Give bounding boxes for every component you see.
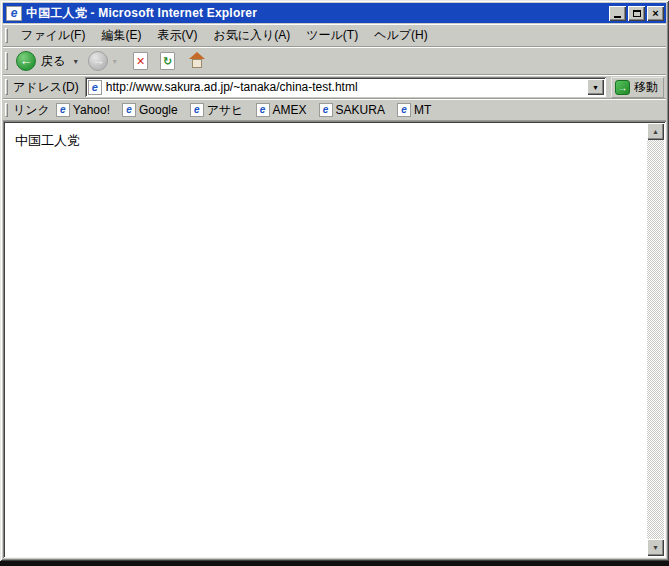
page-icon: e <box>88 80 102 95</box>
link-icon: e <box>256 103 270 117</box>
address-bar: アドレス(D) e ▼ → 移動 <box>3 75 666 99</box>
link-icon: e <box>319 103 333 117</box>
links-label: リンク <box>13 102 50 119</box>
vertical-scrollbar[interactable]: ▲ ▼ <box>647 123 664 556</box>
title-bar[interactable]: e 中国工人党 - Microsoft Internet Explorer × <box>3 3 666 23</box>
menu-file[interactable]: ファイル(F) <box>13 24 93 47</box>
link-google[interactable]: e Google <box>122 103 178 117</box>
close-button[interactable]: × <box>647 6 664 21</box>
toolbar: ← 戻る ▼ → ▼ ✕ ↻ <box>3 47 666 75</box>
menu-view[interactable]: 表示(V) <box>149 24 205 47</box>
menu-edit[interactable]: 編集(E) <box>93 24 149 47</box>
chevron-down-icon: ▼ <box>592 84 599 91</box>
go-button[interactable]: → 移動 <box>611 77 664 98</box>
link-sakura[interactable]: e SAKURA <box>319 103 385 117</box>
scroll-up-icon: ▲ <box>652 128 659 135</box>
page-content: 中国工人党 ▲ ▼ <box>3 121 666 558</box>
link-icon: e <box>190 103 204 117</box>
go-button-label: 移動 <box>634 79 658 96</box>
address-input[interactable] <box>106 80 587 94</box>
refresh-icon: ↻ <box>160 52 175 70</box>
menu-favorites[interactable]: お気に入り(A) <box>205 24 298 47</box>
page-heading: 中国工人党 <box>15 132 80 150</box>
forward-button[interactable]: → ▼ <box>85 49 124 73</box>
minimize-icon <box>614 16 621 18</box>
menubar-grip[interactable] <box>5 28 8 43</box>
scroll-down-button[interactable]: ▼ <box>647 539 664 556</box>
link-icon: e <box>397 103 411 117</box>
address-label: アドレス(D) <box>13 79 79 96</box>
scroll-down-icon: ▼ <box>652 544 659 551</box>
link-amex[interactable]: e AMEX <box>256 103 307 117</box>
back-dropdown-icon[interactable]: ▼ <box>72 58 79 65</box>
addressbar-grip[interactable] <box>5 79 8 94</box>
maximize-button[interactable] <box>628 6 645 21</box>
close-icon: × <box>652 8 658 19</box>
links-bar: リンク e Yahoo! e Google e アサヒ e AMEX e SAK… <box>3 99 666 121</box>
forward-dropdown-icon[interactable]: ▼ <box>111 58 118 65</box>
menu-bar: ファイル(F) 編集(E) 表示(V) お気に入り(A) ツール(T) ヘルプ(… <box>3 24 666 47</box>
menu-tools[interactable]: ツール(T) <box>298 24 366 47</box>
stop-button[interactable]: ✕ <box>130 50 151 72</box>
browser-window: e 中国工人党 - Microsoft Internet Explorer × … <box>0 0 669 561</box>
refresh-button[interactable]: ↻ <box>157 50 178 72</box>
link-yahoo[interactable]: e Yahoo! <box>56 103 110 117</box>
home-button[interactable] <box>184 50 210 72</box>
link-icon: e <box>56 103 70 117</box>
minimize-button[interactable] <box>609 6 626 21</box>
back-button[interactable]: ← 戻る ▼ <box>13 49 85 73</box>
forward-icon: → <box>88 51 108 71</box>
menu-help[interactable]: ヘルプ(H) <box>366 24 436 47</box>
address-dropdown-button[interactable]: ▼ <box>587 79 604 95</box>
ie-logo-icon: e <box>6 6 22 21</box>
link-mt[interactable]: e MT <box>397 103 431 117</box>
go-arrow-icon: → <box>615 80 630 95</box>
stop-icon: ✕ <box>133 52 148 70</box>
linksbar-grip[interactable] <box>5 103 8 117</box>
toolbar-grip[interactable] <box>5 52 8 70</box>
link-asahi[interactable]: e アサヒ <box>190 102 244 119</box>
scroll-up-button[interactable]: ▲ <box>647 123 664 140</box>
home-icon <box>187 52 207 70</box>
window-title: 中国工人党 - Microsoft Internet Explorer <box>26 5 609 22</box>
back-icon: ← <box>16 51 36 71</box>
link-icon: e <box>122 103 136 117</box>
back-button-label: 戻る <box>41 53 65 70</box>
maximize-icon <box>633 10 641 17</box>
address-combobox[interactable]: e ▼ <box>85 77 606 97</box>
